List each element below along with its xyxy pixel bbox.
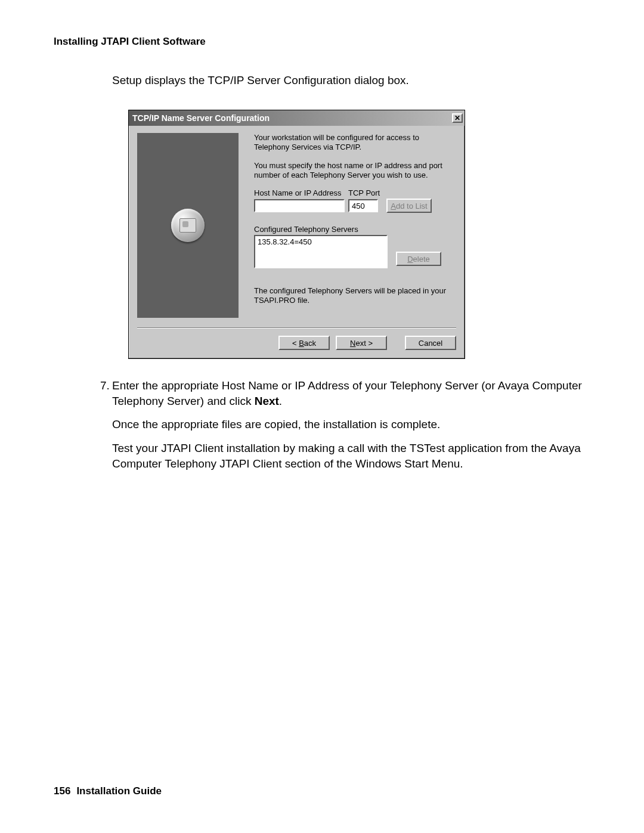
back-prefix: < [292,339,299,348]
configured-label: Configured Telephony Servers [254,225,456,234]
port-label: TCP Port [348,188,384,197]
host-label: Host Name or IP Address [254,188,348,197]
page-header: Installing JTAPI Client Software [54,36,590,48]
page-number: 156 [54,785,70,797]
wizard-buttons: < Back Next > Cancel [129,329,465,358]
next-button[interactable]: Next > [336,336,387,350]
wizard-art-panel [137,133,239,318]
instruction-text: 7. Enter the appropriate Host Name or IP… [100,378,584,479]
dialog-screenshot: TCP/IP Name Server Configuration ✕ Your … [128,110,465,359]
after-text-1: Once the appropriate files are copied, t… [112,417,584,432]
port-input[interactable] [348,199,378,212]
add-rest: dd to List [396,202,428,210]
page-footer: 156Installation Guide [54,785,162,797]
host-input[interactable] [254,199,345,212]
info-text-2: You must specify the host name or IP add… [254,161,456,181]
delete-button[interactable]: Delete [396,252,441,266]
dialog-title: TCP/IP Name Server Configuration [132,113,270,123]
step-7: 7. Enter the appropriate Host Name or IP… [100,378,584,479]
add-to-list-button[interactable]: Add to List [386,199,432,213]
configured-servers-list[interactable]: 135.8.32.4=450 [254,235,388,268]
step7-part-c: . [279,395,282,407]
next-rest: ext > [355,339,373,348]
step7-bold: Next [255,395,279,407]
del-underline: D [407,255,413,264]
info-text-1: Your workstation will be configured for … [254,133,456,153]
step7-part-a: Enter the appropriate Host Name or IP Ad… [112,379,582,407]
close-button[interactable]: ✕ [452,113,463,123]
install-icon [171,209,205,242]
back-underline: B [299,339,304,348]
add-underline: A [391,202,396,210]
cancel-button[interactable]: Cancel [405,336,456,350]
back-button[interactable]: < Back [278,336,330,350]
dialog: TCP/IP Name Server Configuration ✕ Your … [128,110,465,359]
next-underline: N [350,339,355,348]
after-text-2: Test your JTAPI Client installation by m… [112,441,584,471]
footer-title: Installation Guide [76,785,162,797]
titlebar: TCP/IP Name Server Configuration ✕ [129,110,465,126]
footer-note: The configured Telephony Servers will be… [254,286,456,306]
back-rest: ack [304,339,316,348]
server-entry[interactable]: 135.8.32.4=450 [258,237,384,246]
intro-text: Setup displays the TCP/IP Server Configu… [112,74,590,87]
step-number: 7. [100,378,112,479]
del-rest: elete [413,255,430,264]
